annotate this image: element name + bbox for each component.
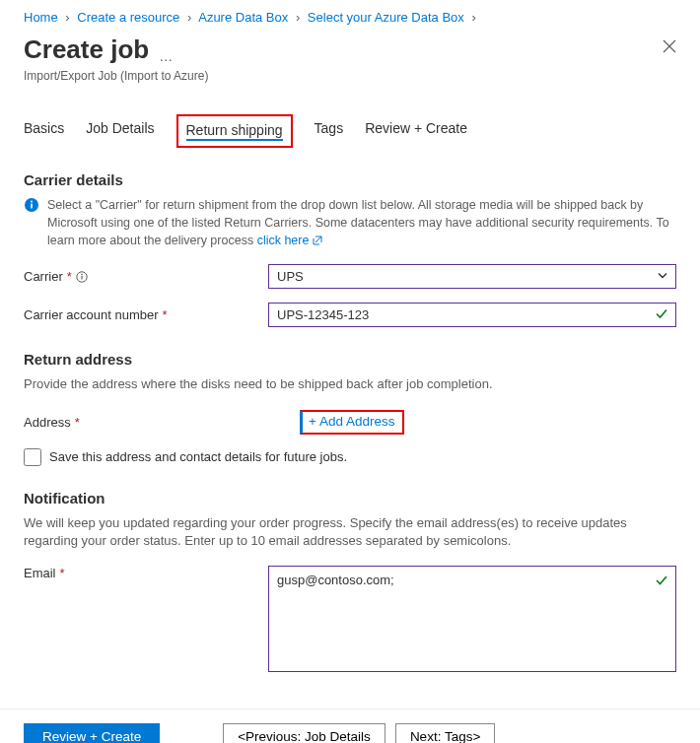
carrier-account-label: Carrier account number	[24, 307, 159, 322]
chevron-right-icon: ›	[471, 10, 475, 25]
required-indicator: *	[163, 307, 168, 322]
info-banner: Select a "Carrier" for return shipment f…	[24, 196, 676, 250]
footer-bar: Review + Create <Previous: Job Details N…	[0, 709, 700, 743]
address-label: Address	[24, 415, 71, 430]
previous-button[interactable]: <Previous: Job Details	[223, 723, 385, 743]
svg-point-5	[81, 274, 83, 276]
email-input[interactable]	[268, 566, 676, 672]
more-icon[interactable]: …	[159, 48, 175, 64]
breadcrumb: Home › Create a resource › Azure Data Bo…	[24, 0, 676, 31]
breadcrumb-create-resource[interactable]: Create a resource	[77, 10, 179, 25]
next-button[interactable]: Next: Tags>	[395, 723, 495, 743]
page-subtitle: Import/Export Job (Import to Azure)	[24, 69, 676, 83]
tab-review-create[interactable]: Review + Create	[365, 114, 467, 148]
add-address-button[interactable]: + Add Address	[307, 414, 396, 429]
info-icon[interactable]	[76, 271, 88, 283]
highlight-box-add-address: + Add Address	[300, 410, 404, 435]
tabs: Basics Job Details Return shipping Tags …	[24, 114, 676, 148]
breadcrumb-select-data-box[interactable]: Select your Azure Data Box	[308, 10, 464, 25]
tab-tags[interactable]: Tags	[315, 114, 344, 148]
page-title: Create job	[24, 34, 149, 65]
info-text: Select a "Carrier" for return shipment f…	[47, 198, 669, 247]
section-return-heading: Return address	[24, 351, 676, 368]
click-here-link[interactable]: click here	[257, 234, 322, 247]
chevron-right-icon: ›	[65, 10, 69, 25]
review-create-button[interactable]: Review + Create	[24, 723, 160, 743]
tab-return-shipping[interactable]: Return shipping	[186, 120, 283, 140]
carrier-select[interactable]: UPS	[268, 264, 676, 289]
email-label: Email	[24, 566, 56, 580]
notification-subtext: We will keep you updated regarding your …	[24, 514, 676, 550]
svg-point-2	[31, 201, 33, 203]
required-indicator: *	[67, 269, 72, 284]
svg-rect-4	[81, 276, 82, 280]
save-address-label: Save this address and contact details fo…	[49, 449, 347, 464]
carrier-label: Carrier	[24, 269, 63, 284]
external-link-icon	[313, 233, 322, 250]
carrier-account-input[interactable]	[268, 303, 676, 327]
tab-basics[interactable]: Basics	[24, 114, 64, 148]
chevron-right-icon: ›	[296, 10, 300, 25]
close-icon[interactable]	[663, 39, 676, 56]
chevron-right-icon: ›	[187, 10, 191, 25]
save-address-checkbox[interactable]	[24, 448, 41, 466]
tab-job-details[interactable]: Job Details	[86, 114, 154, 148]
section-carrier-heading: Carrier details	[24, 171, 676, 188]
breadcrumb-home[interactable]: Home	[24, 10, 58, 25]
info-icon	[24, 197, 39, 213]
highlight-box-return-shipping: Return shipping	[176, 114, 293, 148]
section-notification-heading: Notification	[24, 490, 676, 507]
breadcrumb-data-box[interactable]: Azure Data Box	[198, 10, 288, 25]
svg-rect-1	[31, 204, 33, 209]
required-indicator: *	[75, 415, 80, 430]
return-subtext: Provide the address where the disks need…	[24, 375, 676, 393]
required-indicator: *	[60, 566, 65, 580]
